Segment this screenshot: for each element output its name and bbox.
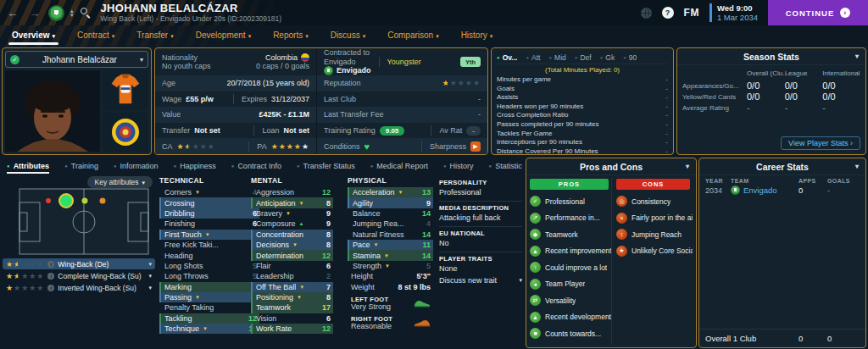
subtab-contract-info[interactable]: ●Contract Info [231,158,281,174]
info-icon[interactable]: i [47,261,54,268]
stat-row: Minutes per game- [497,75,668,85]
career-goals: - [827,186,860,195]
position-dot-competent [100,198,106,204]
youth-badge: Yth [460,57,481,67]
pa-stars: ★★★★★ [271,142,309,151]
fm-logo: FM [684,7,699,19]
stats-tab-gk[interactable]: ●Gk [600,53,615,62]
link-arrow-icon: › [850,139,853,147]
reputation-label: Reputation [324,79,361,87]
view-player-stats-button[interactable]: View Player Stats › [781,136,860,150]
physical-attributes: PHYSICAL Acceleration▼13 Agility9 Balanc… [348,176,433,331]
player-selector[interactable]: ✓ Jhohann Belalcázar ▾ [5,51,148,68]
attr-row: Balance14 [348,208,433,219]
attr-row: Corners▼4 [159,187,259,197]
tab-development[interactable]: Development▾ [196,27,251,45]
key-attributes-dropdown[interactable]: Key attributes▾ [87,176,153,188]
subtab-attributes[interactable]: ●Attributes [7,158,49,174]
back-icon[interactable]: ← [5,7,20,19]
player-traits-value: None [439,264,522,273]
role-row-inverted-wing-back[interactable]: ★★★★★★★★★★ i Inverted Wing-Back (Su) ▾ [3,282,155,293]
role-row-complete-wing-back[interactable]: ★★★★★★★★★★ i Complete Wing-Back (Su) ▾ [3,270,155,281]
stat-row: Cross Completion Ratio- [497,111,668,120]
career-stats-header[interactable]: Career Stats ▾ [699,158,865,175]
tab-comparison[interactable]: Comparison▾ [387,27,438,45]
attr-row: Flair6 [251,261,333,271]
subtab-statistic[interactable]: ●Statistic [489,158,522,174]
attr-row: Acceleration▼13 [348,187,433,197]
globe-icon[interactable] [641,8,652,19]
registration-icon: ■ [530,328,541,339]
chevron-down-icon: ▾ [686,163,689,170]
career-stats-panel: Career Stats ▾ YEAR TEAM APPS GOALS 2034… [698,158,866,348]
club-link[interactable]: Envigado [337,66,371,75]
club-crest-icon[interactable] [49,6,64,20]
attr-row: Decisions▼8 [251,240,333,250]
nationality-value[interactable]: Colombia [265,53,298,63]
subtab-transfer-status[interactable]: ●Transfer Status [297,158,355,174]
decline-arrow-icon: ▼ [286,211,291,216]
attr-row: First Touch▼8 [159,230,259,240]
contracted-to-label: Contracted to Envigado [324,48,371,66]
search-icon[interactable] [81,8,91,18]
tab-contract[interactable]: Contract▾ [77,27,114,45]
aerial-icon: × [616,213,627,224]
pro-item-partial[interactable]: ● [530,342,611,346]
pro-item-could-improve[interactable]: ↑Could improve a lot [530,259,611,276]
stats-tab-overview[interactable]: ●Ov... [497,53,517,62]
discuss-new-trait-dropdown[interactable]: Discuss new trait ▾ [439,276,522,285]
tab-reports[interactable]: Reports▾ [273,27,309,45]
pro-item-teamwork[interactable]: ◆Teamwork [530,226,611,243]
season-stats-panel: Season Stats ▾ Overall (Clu... League In… [676,47,866,155]
con-item-poor-in-air[interactable]: ×Fairly poor in the air [616,210,693,227]
con-item-consistency[interactable]: ◎Consistency [616,193,693,210]
attr-row: Marking6 [159,282,259,292]
subtab-information[interactable]: ●Information [114,158,159,174]
attr-row: Concentration8 [251,230,333,240]
expires-label: Expires [242,95,267,103]
pro-item-counts-towards[interactable]: ■Counts towards... [530,325,611,342]
reputation-stars: ★★★★★★★★★★ [442,79,481,87]
pro-item-team-player[interactable]: ●Team Player [530,276,611,293]
pro-item-versatility[interactable]: ⇄Versatility [530,292,611,309]
subtab-medical-report[interactable]: ●Medical Report [370,158,428,174]
info-icon[interactable]: i [47,285,54,291]
loan-status-value[interactable]: Not set [283,126,309,135]
attr-row: Pace▼11 [348,240,433,250]
attr-row: Long Shots5 [159,261,259,271]
pro-item-professional[interactable]: ✓Professional [530,193,611,210]
decline-arrow-icon: ▼ [195,190,200,195]
stats-tab-att[interactable]: ●Att [526,53,540,62]
transfer-status-value[interactable]: Not set [194,126,220,135]
career-team-link[interactable]: Envigado [731,186,798,195]
help-icon[interactable]: ? [662,7,674,19]
stats-tab-90[interactable]: ●90 [623,53,637,62]
subtab-happiness[interactable]: ●Happiness [174,158,216,174]
sharpness-icon: ▶ [470,141,481,152]
con-item-jumping-reach[interactable]: ↕Jumping Reach [616,226,693,243]
position-dot-natural-selected [59,194,73,208]
pro-item-performance[interactable]: ↗Performance in... [530,210,611,227]
chevron-down-icon: ▾ [363,33,366,39]
role-row-wing-back[interactable]: ★★★★★★★★★★ i Wing-Back (De) ▾ [3,258,155,269]
tab-transfer[interactable]: Transfer▾ [136,27,173,45]
stats-tab-def[interactable]: ●Def [575,53,592,62]
forward-icon[interactable]: → [27,7,42,19]
con-item-core-social[interactable]: ★Unlikely Core Social... [616,243,693,260]
season-stats-header[interactable]: Season Stats ▾ [677,48,865,65]
tab-discuss[interactable]: Discuss▾ [331,27,366,45]
stats-tab-mid[interactable]: ●Mid [548,53,565,62]
subtab-history[interactable]: ●History [443,158,474,174]
pros-cons-header[interactable]: Pros and Cons ▾ [526,158,696,175]
continue-button[interactable]: CONTINUE › [768,0,868,25]
info-icon[interactable]: i [47,273,54,280]
tab-history[interactable]: History▾ [461,27,493,45]
chevron-down-icon: ▾ [148,261,152,268]
pro-item-recent-development[interactable]: ▲Recent development [530,309,611,326]
chevron-down-icon[interactable]: ▾ [70,13,74,17]
pro-item-recent-improvement[interactable]: ▲Recent improvement [530,243,611,260]
attr-row: Long Throws5 [159,271,259,281]
subtab-training[interactable]: ●Training [64,158,98,174]
cycle-player-control[interactable]: ▴ ▾ [70,8,74,17]
tab-overview[interactable]: Overview▾ [12,27,55,45]
